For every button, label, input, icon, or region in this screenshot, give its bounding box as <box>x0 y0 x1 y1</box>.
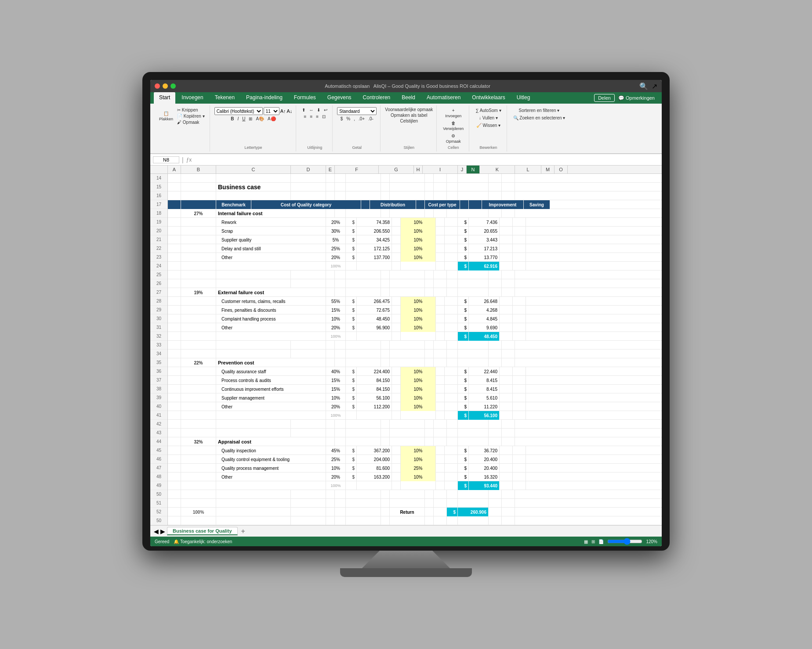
cell[interactable] <box>458 209 489 218</box>
cell[interactable]: 163.200 <box>357 472 392 481</box>
cell[interactable]: 137.700 <box>357 253 392 262</box>
cell[interactable] <box>513 262 526 270</box>
cell[interactable]: 20% <box>326 218 346 227</box>
cell[interactable] <box>291 490 326 499</box>
cell[interactable]: $ <box>346 323 357 332</box>
cell[interactable] <box>458 341 489 350</box>
scroll-left-icon[interactable]: ◀ <box>154 528 159 535</box>
data-area[interactable]: Business caseBenchmarkCost of Quality ca… <box>168 174 662 525</box>
cell[interactable] <box>502 270 515 279</box>
cell[interactable] <box>181 393 216 402</box>
cell[interactable] <box>392 472 401 481</box>
maximize-dot[interactable] <box>170 83 176 89</box>
cell[interactable]: 100% <box>181 508 216 516</box>
cell[interactable]: 32% <box>181 437 216 446</box>
cell[interactable] <box>168 420 181 429</box>
cell[interactable]: Continuous improvement efforts <box>216 385 326 393</box>
cell[interactable]: $ <box>346 297 357 306</box>
cell[interactable]: $ <box>458 411 469 420</box>
cell[interactable]: $ <box>346 455 357 464</box>
cell[interactable] <box>168 341 181 350</box>
cell[interactable] <box>500 393 513 402</box>
cell[interactable] <box>335 270 346 279</box>
tab-formules[interactable]: Formules <box>289 92 321 104</box>
cell[interactable] <box>447 358 458 367</box>
cell[interactable] <box>291 174 326 183</box>
col-header-l[interactable]: L <box>515 166 541 173</box>
cell[interactable]: $ <box>458 218 469 227</box>
cell[interactable] <box>291 429 326 437</box>
cell[interactable] <box>458 288 489 297</box>
cell[interactable] <box>392 297 401 306</box>
cell[interactable] <box>181 376 216 385</box>
font-name-select[interactable]: Calibri (Hoofdtekst) <box>214 107 263 115</box>
cell[interactable] <box>436 332 445 341</box>
cell[interactable]: 15% <box>326 306 346 314</box>
cell[interactable] <box>168 244 181 253</box>
cell[interactable]: Supplier management <box>216 393 326 402</box>
cell[interactable]: Appraisal cost <box>216 437 326 446</box>
cell[interactable] <box>346 437 381 446</box>
cell[interactable] <box>291 341 326 350</box>
cell[interactable]: 4.845 <box>469 314 500 323</box>
cell[interactable] <box>500 244 513 253</box>
cell[interactable] <box>445 314 458 323</box>
cell[interactable] <box>445 376 458 385</box>
cell[interactable] <box>458 420 489 429</box>
col-header-j[interactable]: J <box>458 166 467 173</box>
cell[interactable] <box>500 472 513 481</box>
cut-button[interactable]: ✂ Knippen <box>176 107 206 113</box>
cell[interactable] <box>513 446 526 455</box>
cell[interactable] <box>168 262 181 270</box>
cell[interactable] <box>500 446 513 455</box>
cell[interactable] <box>502 174 515 183</box>
align-center-button[interactable]: ≡ <box>308 114 314 119</box>
cell[interactable] <box>458 499 489 508</box>
cell[interactable] <box>326 209 335 218</box>
cell[interactable] <box>513 332 526 341</box>
col-header-n[interactable]: N <box>467 166 480 173</box>
cell[interactable] <box>445 262 458 270</box>
cell[interactable] <box>392 227 401 235</box>
cell[interactable] <box>335 429 346 437</box>
cell[interactable] <box>502 516 515 525</box>
col-header-i[interactable]: I <box>423 166 458 173</box>
cell[interactable]: $ <box>458 235 469 244</box>
view-page-icon[interactable]: 📄 <box>598 539 604 544</box>
col-header-h[interactable]: H <box>414 166 423 173</box>
cell[interactable]: 84.150 <box>357 385 392 393</box>
cell[interactable] <box>445 297 458 306</box>
cell[interactable] <box>436 376 445 385</box>
cell[interactable] <box>513 411 526 420</box>
cell[interactable] <box>326 183 335 191</box>
cell[interactable] <box>489 279 502 288</box>
cell[interactable] <box>390 191 425 200</box>
cell[interactable]: 25% <box>401 464 436 472</box>
add-sheet-button[interactable]: + <box>239 527 247 535</box>
cell[interactable] <box>390 341 425 350</box>
cell[interactable] <box>500 323 513 332</box>
cell[interactable] <box>381 288 390 297</box>
cell[interactable] <box>181 499 216 508</box>
cell[interactable]: 22.440 <box>469 367 500 376</box>
cell[interactable] <box>181 472 216 481</box>
cell[interactable] <box>381 516 390 525</box>
cell[interactable]: 15% <box>326 385 346 393</box>
cell[interactable] <box>447 499 458 508</box>
cell[interactable] <box>390 279 425 288</box>
cell[interactable] <box>168 446 181 455</box>
border-button[interactable]: ⊞ <box>247 116 254 122</box>
cell[interactable] <box>489 429 502 437</box>
cell[interactable] <box>181 191 216 200</box>
fill-button[interactable]: ↓ Vullen ▾ <box>477 115 500 121</box>
cell[interactable]: $ <box>346 376 357 385</box>
cell[interactable]: Internal failure cost <box>216 209 326 218</box>
view-normal-icon[interactable]: ▦ <box>584 539 588 544</box>
cell[interactable] <box>425 350 434 358</box>
cell[interactable] <box>434 183 447 191</box>
cell[interactable]: 20% <box>326 402 346 411</box>
cell[interactable] <box>392 446 401 455</box>
cell[interactable] <box>425 288 434 297</box>
cell[interactable] <box>291 508 326 516</box>
cell[interactable] <box>181 244 216 253</box>
